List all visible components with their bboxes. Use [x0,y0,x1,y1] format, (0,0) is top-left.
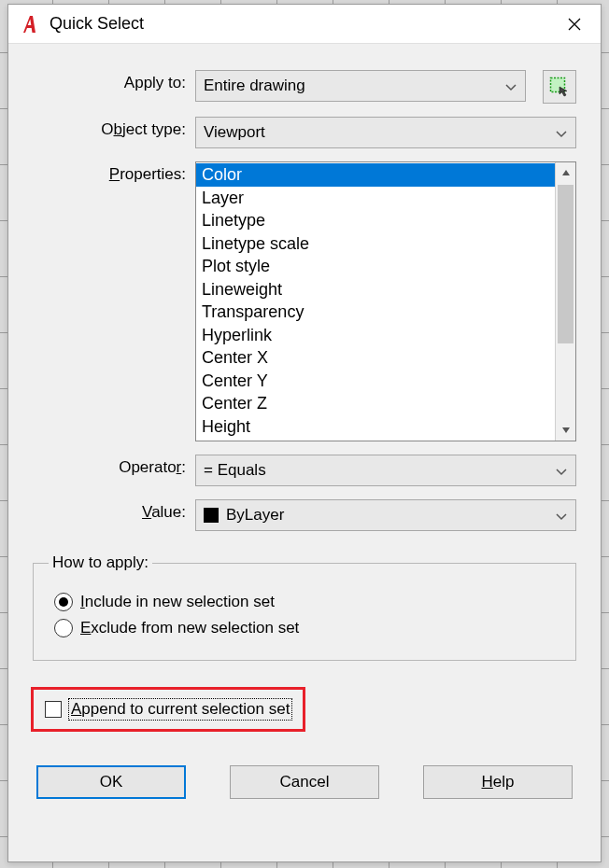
radio-icon [54,619,73,637]
ok-button[interactable]: OK [36,765,186,799]
select-objects-icon [549,77,570,97]
list-item[interactable]: Lineweight [196,278,555,301]
apply-to-label: Apply to: [33,70,186,92]
autocad-app-icon [18,13,40,35]
how-to-apply-legend: How to apply: [49,553,152,572]
include-label: Include in new selection set [80,593,275,611]
properties-row: Properties: ColorLayerLinetypeLinetype s… [33,161,576,441]
svg-marker-4 [562,427,570,433]
exclude-label: Exclude from new selection set [80,619,299,637]
apply-to-value: Entire drawing [204,77,504,95]
value-value: ByLayer [226,506,555,525]
object-type-value: Viewport [204,123,555,142]
color-swatch-icon [204,508,219,523]
scroll-up-button[interactable] [556,162,576,183]
operator-row: Operator: = Equals [33,455,576,486]
object-type-row: Object type: Viewport [33,117,576,148]
svg-marker-3 [562,170,570,175]
help-button[interactable]: Help [423,765,573,799]
radio-icon [54,593,73,611]
chevron-down-icon [555,126,568,139]
apply-to-combo[interactable]: Entire drawing [195,70,526,102]
operator-value: = Equals [204,461,555,480]
chevron-up-icon [561,168,571,177]
properties-label: Properties: [33,161,186,184]
titlebar: Quick Select [8,5,601,44]
dialog-title: Quick Select [50,14,554,34]
chevron-down-icon [561,426,571,435]
cancel-button[interactable]: Cancel [230,765,379,799]
annotation-highlight: Append to current selection set [31,687,305,732]
object-type-combo[interactable]: Viewport [195,117,576,148]
scroll-thumb[interactable] [558,185,574,343]
apply-to-row: Apply to: Entire drawing [33,70,576,104]
list-item[interactable]: Linetype [196,209,555,232]
exclude-radio[interactable]: Exclude from new selection set [54,619,555,637]
list-item[interactable]: Height [196,415,555,439]
value-combo[interactable]: ByLayer [195,499,576,531]
value-label: Value: [33,499,186,522]
button-bar: OK Cancel Help [33,765,576,799]
list-item[interactable]: Center X [196,346,555,370]
object-type-label: Object type: [33,117,186,139]
close-button[interactable] [554,7,595,41]
list-item[interactable]: Center Z [196,392,555,415]
operator-label: Operator: [33,455,186,477]
how-to-apply-group: How to apply: Include in new selection s… [33,553,576,661]
chevron-down-icon [555,509,568,522]
scroll-down-button[interactable] [556,420,576,441]
properties-list-inner: ColorLayerLinetypeLinetype scalePlot sty… [196,162,555,441]
list-item[interactable]: Hyperlink [196,324,555,347]
append-checkbox[interactable]: Append to current selection set [43,697,293,721]
append-label: Append to current selection set [69,699,291,720]
list-item[interactable]: Plot style [196,255,555,278]
list-item[interactable]: Color [196,163,555,187]
chevron-down-icon [504,79,517,92]
list-item[interactable]: Transparency [196,301,555,324]
list-item[interactable]: Center Y [196,370,555,393]
quick-select-dialog: Quick Select Apply to: Entire drawing [7,4,602,862]
value-row: Value: ByLayer [33,499,576,531]
operator-combo[interactable]: = Equals [195,455,576,486]
chevron-down-icon [555,464,568,477]
list-item[interactable]: Layer [196,187,555,210]
dialog-content: Apply to: Entire drawing Object type: Vi [8,44,601,861]
close-icon [568,18,581,31]
include-radio[interactable]: Include in new selection set [54,593,555,611]
checkbox-icon [45,701,62,718]
properties-listbox[interactable]: ColorLayerLinetypeLinetype scalePlot sty… [195,161,576,441]
list-item[interactable]: Linetype scale [196,232,555,256]
select-objects-button[interactable] [543,70,576,104]
scrollbar[interactable] [555,162,575,441]
